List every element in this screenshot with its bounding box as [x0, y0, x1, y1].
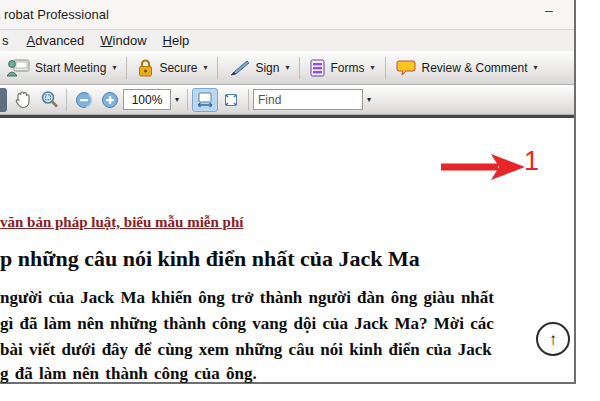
- toolbar-separator: [217, 57, 218, 79]
- hand-tool-button[interactable]: [10, 88, 36, 112]
- zoom-in-button[interactable]: [97, 88, 123, 112]
- window-title: robat Professional: [4, 7, 109, 22]
- menu-item-help[interactable]: Help: [155, 31, 198, 50]
- document-body-line: gì đã làm nên những thành công vang dội …: [0, 314, 494, 334]
- dropdown-arrow-icon: ▾: [285, 63, 289, 72]
- title-bar: robat Professional –: [0, 0, 574, 29]
- main-toolbar: Start Meeting ▾ Secure ▾ Si: [0, 51, 574, 85]
- page-toolbar: 100% ▾ ▾: [0, 85, 574, 115]
- secure-label: Secure: [159, 61, 197, 75]
- dropdown-arrow-icon: ▾: [112, 63, 116, 72]
- up-arrow-icon: ↑: [549, 331, 558, 348]
- comment-bubble-icon: [396, 59, 417, 76]
- document-hyperlink[interactable]: văn bản pháp luật, biểu mẫu miễn phí: [0, 214, 243, 231]
- fit-page-button[interactable]: [218, 88, 244, 112]
- zoom-level-field[interactable]: 100%: [123, 89, 171, 110]
- menu-item-advanced[interactable]: Advanced: [19, 31, 93, 50]
- zoom-marquee-tool-button[interactable]: [36, 88, 62, 112]
- magnifier-icon: [40, 90, 59, 109]
- review-comment-label: Review & Comment: [422, 61, 528, 75]
- toolbar-separator: [187, 89, 188, 111]
- find-input[interactable]: [253, 89, 363, 110]
- dropdown-arrow-icon: ▾: [203, 63, 207, 72]
- document-body-line: bài viết dưới đây để cùng xem những câu …: [0, 340, 492, 360]
- lock-icon: [137, 59, 154, 77]
- secure-button[interactable]: Secure ▾: [131, 56, 213, 80]
- forms-button[interactable]: Forms ▾: [304, 56, 380, 80]
- zoom-in-icon: [101, 91, 119, 109]
- document-body-line: g đã làm nên thành công của ông.: [0, 364, 257, 384]
- zoom-out-button[interactable]: [71, 88, 97, 112]
- toolbar-separator: [385, 57, 386, 79]
- menu-item-window[interactable]: Window: [92, 31, 154, 50]
- start-meeting-person-icon: [6, 59, 30, 77]
- menu-bar: s Advanced Window Help: [0, 29, 574, 51]
- start-meeting-label: Start Meeting: [35, 61, 106, 75]
- zoom-out-icon: [75, 91, 93, 109]
- minimize-button[interactable]: –: [536, 3, 562, 21]
- document-heading: p những câu nói kinh điển nhất của Jack …: [0, 246, 420, 272]
- sign-button[interactable]: Sign ▾: [222, 56, 295, 80]
- acrobat-window: robat Professional – s Advanced Window H…: [0, 0, 576, 384]
- review-comment-button[interactable]: Review & Comment ▾: [390, 56, 544, 79]
- document-page: 1 văn bản pháp luật, biểu mẫu miễn phí p…: [0, 118, 574, 382]
- fit-page-icon: [223, 92, 239, 108]
- zoom-dropdown-arrow-icon[interactable]: ▾: [171, 95, 183, 104]
- document-body-line: người của Jack Ma khiến ông trở thành ng…: [0, 288, 494, 308]
- hand-icon: [14, 90, 32, 109]
- menu-item-tools-partial[interactable]: s: [0, 31, 19, 50]
- forms-label: Forms: [330, 61, 364, 75]
- fit-width-icon: [197, 92, 213, 108]
- find-dropdown-arrow-icon[interactable]: ▾: [363, 95, 375, 104]
- forms-icon: [310, 59, 325, 77]
- select-tool-button-partial[interactable]: [0, 88, 7, 112]
- find-group: ▾: [253, 89, 375, 110]
- pen-icon: [228, 59, 250, 77]
- red-arrow-annotation-icon: [441, 152, 525, 186]
- fit-width-button[interactable]: [192, 88, 218, 112]
- start-meeting-button[interactable]: Start Meeting ▾: [0, 56, 122, 80]
- dropdown-arrow-icon: ▾: [534, 63, 538, 72]
- toolbar-separator: [299, 57, 300, 79]
- toolbar-separator: [66, 89, 67, 111]
- dropdown-arrow-icon: ▾: [370, 63, 374, 72]
- annotation-number: 1: [524, 146, 539, 177]
- toolbar-separator: [248, 89, 249, 111]
- sign-label: Sign: [255, 61, 279, 75]
- scroll-to-top-button[interactable]: ↑: [536, 322, 570, 356]
- toolbar-separator: [126, 57, 127, 79]
